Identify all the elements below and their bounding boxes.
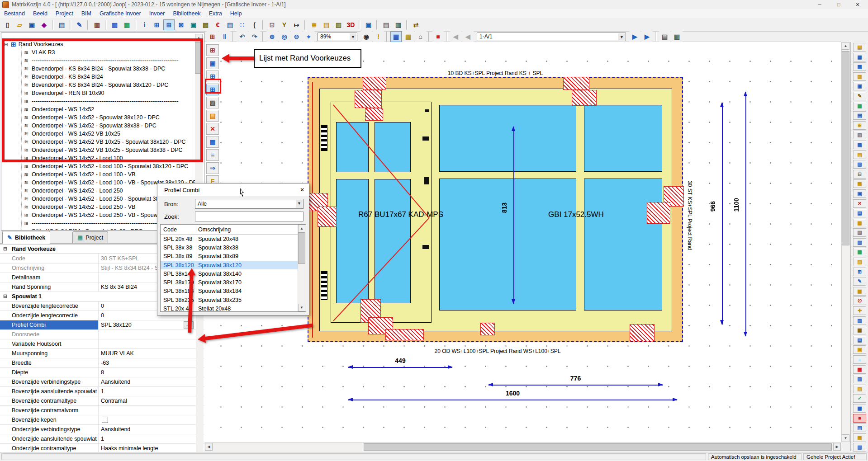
collapse-icon[interactable]: ⊟ xyxy=(4,42,9,47)
view-toolbar-button[interactable]: ◀ xyxy=(462,31,474,42)
right-tool-button[interactable]: ▦ xyxy=(853,287,866,296)
view-toolbar-button[interactable]: ▶ xyxy=(629,31,640,42)
scrollbar-thumb[interactable] xyxy=(364,443,832,451)
view-toolbar-button[interactable] xyxy=(446,32,448,42)
view-toolbar-button[interactable]: ◉ xyxy=(360,31,372,42)
toolbar-button[interactable] xyxy=(70,20,71,30)
profile-list-row[interactable]: SPL 38x120 Spouwlat 38x120 xyxy=(161,261,306,269)
column-code[interactable]: Code xyxy=(161,226,196,233)
tree-item[interactable]: ≋ Onderdorpel - WS 14x52 - Spouwlat 38x3… xyxy=(1,122,204,130)
menu-item[interactable]: Bibliotheek xyxy=(169,10,204,17)
property-row[interactable]: ⊟Bovenzijde contramaltype Contramal… xyxy=(0,396,204,406)
tree-item[interactable]: ≋ Onderdorpel - WS 14x52 VB 10x25 - Spou… xyxy=(1,138,204,146)
toolbar-button[interactable]: 3D xyxy=(345,19,356,30)
menu-item[interactable]: Help xyxy=(226,10,246,17)
property-row[interactable]: ⊟Onderzijde verbindingstype Aansluitend… xyxy=(0,425,204,434)
toolbar-button[interactable] xyxy=(105,20,107,30)
property-row[interactable]: ⊟Bovenzijde verbindingstype Aansluitend… xyxy=(0,377,204,387)
edge-tool-button[interactable]: ✕ xyxy=(206,123,219,135)
toolbar-button[interactable]: ▦ xyxy=(121,19,133,30)
view-toolbar-button[interactable] xyxy=(262,32,264,42)
view-toolbar-button[interactable]: ⊞ xyxy=(207,31,218,42)
edge-tool-button[interactable]: ⇒ xyxy=(206,162,219,174)
scroll-up-icon[interactable]: ▲ xyxy=(298,225,305,232)
tree-item[interactable]: ≋ --------------------------------------… xyxy=(1,97,204,105)
toolbar-button[interactable]: ▤ xyxy=(321,19,332,30)
profiel-combi-dialog[interactable]: Profiel Combi ✕ Bron: Alle ▼ Zoek: Code … xyxy=(157,183,309,315)
toolbar-button[interactable]: ▣ xyxy=(188,19,199,30)
tree-item[interactable]: ≋ --------------------------------------… xyxy=(1,56,204,65)
edge-tool-button[interactable]: ▨ xyxy=(206,97,219,108)
zoek-input[interactable] xyxy=(195,212,304,221)
toolbar-button[interactable]: ↦ xyxy=(291,19,302,30)
right-tool-button[interactable]: ▤ xyxy=(853,43,866,52)
right-tool-button[interactable]: ▦ xyxy=(853,219,866,227)
toolbar-button[interactable]: ⊞ xyxy=(151,19,162,30)
right-tool-button[interactable]: ⊞ xyxy=(853,121,866,130)
minimize-button[interactable]: ─ xyxy=(810,0,829,9)
toolbar-button[interactable] xyxy=(135,20,137,30)
toolbar-button[interactable]: ▣ xyxy=(363,19,374,30)
right-tool-button[interactable]: ▥ xyxy=(853,72,866,81)
profile-list-row[interactable]: SPL 38x170 Spouwlat 38x170 xyxy=(161,278,306,287)
toolbar-button[interactable] xyxy=(87,20,89,30)
toolbar-button[interactable]: ⊠ xyxy=(175,19,187,30)
right-tool-button[interactable]: ▤ xyxy=(853,209,866,217)
view-toolbar-button[interactable]: ▶ xyxy=(641,31,653,42)
chevron-down-icon[interactable]: ▼ xyxy=(296,200,303,208)
property-row[interactable]: ⊟Variabele Houtsoort … xyxy=(0,339,204,349)
menu-item[interactable]: Bestand xyxy=(0,10,29,17)
toolbar-button[interactable]: Y xyxy=(279,19,290,30)
right-tool-button[interactable]: ▥ xyxy=(853,375,866,383)
scroll-up-icon[interactable]: ▲ xyxy=(842,42,849,50)
right-tool-button[interactable]: ✓ xyxy=(853,394,866,403)
view-toolbar-button[interactable]: ⌂ xyxy=(415,31,426,42)
view-selector-combobox[interactable]: 1-A/1 ▼ xyxy=(477,33,626,41)
profile-list-row[interactable]: SPL 38x 38 Spouwlat 38x38 xyxy=(161,243,306,252)
canvas-horizontal-scrollbar[interactable]: ◀ ▶ xyxy=(204,442,841,452)
view-toolbar-button[interactable]: ⊖ xyxy=(291,31,302,42)
property-row[interactable]: ⊟Bovenzijde contramalvorm … xyxy=(0,406,204,415)
menu-item[interactable]: Extra xyxy=(205,10,226,17)
zoom-combobox[interactable]: 89% ▼ xyxy=(318,33,357,41)
profile-list-row[interactable]: STL 20x 48 Stellat 20x48 xyxy=(161,304,306,312)
menu-item[interactable]: Invoer xyxy=(145,10,169,17)
toolbar-button[interactable]: ▦ xyxy=(109,19,120,30)
view-toolbar-button[interactable] xyxy=(428,32,430,42)
edge-tool-button[interactable]: ⊞ xyxy=(206,71,219,82)
view-toolbar-button[interactable] xyxy=(232,32,234,42)
scroll-down-icon[interactable]: ▼ xyxy=(842,434,849,442)
right-tool-button[interactable]: ▤ xyxy=(853,258,866,266)
scroll-left-icon[interactable]: ◀ xyxy=(205,443,213,451)
toolbar-button[interactable] xyxy=(376,20,378,30)
dialog-close-icon[interactable]: ✕ xyxy=(295,183,309,196)
menu-item[interactable]: Grafische Invoer xyxy=(95,10,145,17)
right-tool-button[interactable]: ✚ xyxy=(853,306,866,315)
view-toolbar-button[interactable]: ‖ xyxy=(219,31,230,42)
toolbar-button[interactable] xyxy=(262,20,264,30)
profile-list-row[interactable]: SPL 38x140 Spouwlat 38x140 xyxy=(161,269,306,278)
toolbar-button[interactable]: ⊡ xyxy=(266,19,278,30)
view-toolbar-button[interactable]: ▦ xyxy=(390,31,402,42)
toolbar-button[interactable] xyxy=(52,20,54,30)
view-toolbar-button[interactable]: ▦ xyxy=(403,31,414,42)
property-row[interactable]: ⊟Profiel Combi SPL 38x120… xyxy=(0,320,204,330)
right-tool-button[interactable]: ≡ xyxy=(853,355,866,364)
window-frame-drawing[interactable]: R67 BU17x67 KAD-MPS GBI 17x52.5WH xyxy=(308,77,683,342)
edge-tool-button[interactable]: ▤ xyxy=(206,110,219,122)
right-tool-button[interactable]: ▦ xyxy=(853,433,866,442)
view-toolbar-button[interactable]: ⌖ xyxy=(303,31,314,42)
collapse-icon[interactable]: ⊟ xyxy=(3,294,8,299)
right-tool-button[interactable]: ▥ xyxy=(853,238,866,247)
tree-item[interactable]: ≋ Onderdorpel - WS 14x52 - Lood 100 xyxy=(1,154,204,162)
toolbar-button[interactable]: ▥ xyxy=(333,19,344,30)
right-tool-button[interactable]: ▦ xyxy=(853,102,866,110)
tree-item[interactable]: ≋ Bovendorpel - KS 8x34 BI24 - Spouwlat … xyxy=(1,65,204,73)
view-toolbar-button[interactable] xyxy=(386,32,388,42)
checkbox[interactable] xyxy=(102,417,108,423)
right-tool-button[interactable]: ▦ xyxy=(853,365,866,374)
right-tool-button[interactable]: ▦ xyxy=(853,53,866,61)
right-tool-button[interactable]: ✎ xyxy=(853,92,866,100)
property-row[interactable]: ⊟Muursponning MUUR VLAK… xyxy=(0,349,204,358)
toolbar-button[interactable]: ✎ xyxy=(74,19,85,30)
